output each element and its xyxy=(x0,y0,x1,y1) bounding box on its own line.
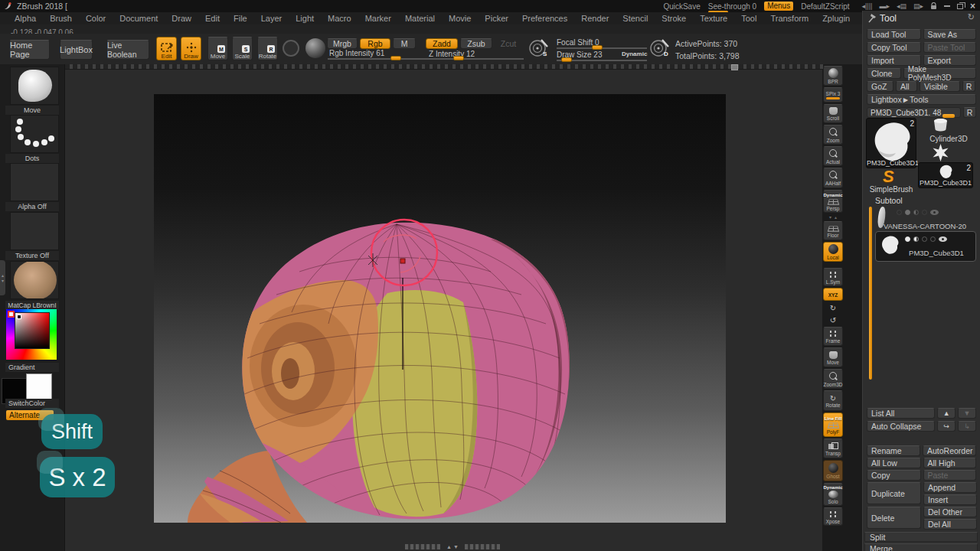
goz-visible-button[interactable]: Visible xyxy=(920,81,960,92)
screen-toggle-icon[interactable]: ▬▸ xyxy=(879,2,890,10)
divider-up-icon[interactable]: ▲ xyxy=(446,544,452,549)
transparency-button[interactable]: Transp xyxy=(823,439,843,458)
draw-mode-button[interactable]: Draw xyxy=(181,37,201,60)
stroke-curve-icon[interactable]: S xyxy=(528,37,550,60)
zadd-button[interactable]: Zadd xyxy=(426,38,458,49)
delete-button[interactable]: Delete xyxy=(867,507,921,529)
copy-tool-button[interactable]: Copy Tool xyxy=(867,42,921,53)
auto-collapse-button[interactable]: Auto Collapse xyxy=(867,421,935,432)
all-high-button[interactable]: All High xyxy=(923,458,977,468)
rotate-mode-button[interactable]: R Rotate xyxy=(257,37,278,60)
subtool-toggle-icons[interactable] xyxy=(905,236,947,242)
zoom-button[interactable]: Zoom xyxy=(823,125,843,145)
close-button[interactable]: × xyxy=(970,2,975,10)
menu-preferences[interactable]: Preferences xyxy=(515,14,574,23)
palette-reset-icon[interactable]: ↻ xyxy=(968,12,975,22)
recent-tool-thumbnail[interactable]: 2 PM3D_Cube3D1 xyxy=(918,162,973,188)
menu-marker[interactable]: Marker xyxy=(358,14,398,23)
goz-button[interactable]: GoZ xyxy=(867,81,893,92)
menu-document[interactable]: Document xyxy=(113,14,165,23)
menu-tool[interactable]: Tool xyxy=(734,14,763,23)
m-button[interactable]: M xyxy=(393,38,416,49)
menu-layer[interactable]: Layer xyxy=(254,14,289,23)
menu-brush[interactable]: Brush xyxy=(43,14,79,23)
menu-light[interactable]: Light xyxy=(289,14,321,23)
switch-color-widget[interactable] xyxy=(0,373,64,401)
left-tray-divider-handle[interactable]: ▴ ▾ xyxy=(0,260,5,295)
paste-tool-button[interactable]: Paste Tool xyxy=(923,42,977,53)
rename-button[interactable]: Rename xyxy=(867,445,920,456)
live-boolean-button[interactable]: Live Boolean xyxy=(106,40,149,60)
cylinder3d-label[interactable]: Cylinder3D xyxy=(921,135,976,143)
autoreorder-button[interactable]: AutoReorder xyxy=(923,445,976,456)
active-tool-r-button[interactable]: R xyxy=(963,107,976,118)
divider-down-icon[interactable]: ▼ xyxy=(453,544,459,549)
ghost-button[interactable]: Ghost xyxy=(823,460,843,481)
collapse-down-button[interactable]: ↳ xyxy=(958,421,976,432)
rotate-view-button[interactable]: ↻Rotate xyxy=(823,390,843,411)
right-tray-toggle-icon[interactable]: ▤▸ xyxy=(913,2,923,10)
lock-icon[interactable] xyxy=(930,2,937,10)
goz-all-button[interactable]: All xyxy=(896,81,917,92)
all-low-button[interactable]: All Low xyxy=(867,458,921,468)
del-other-button[interactable]: Del Other xyxy=(923,507,977,517)
scale-mode-button[interactable]: S Scale xyxy=(232,37,253,60)
frame-button[interactable]: Frame xyxy=(823,327,843,346)
material-preview-sphere[interactable] xyxy=(305,38,325,58)
divider-bars-icon[interactable]: ◂|||| xyxy=(862,2,873,10)
zcut-button[interactable]: Zcut xyxy=(496,38,521,49)
simplebrush-icon[interactable]: S xyxy=(883,167,894,187)
menu-texture[interactable]: Texture xyxy=(693,14,734,23)
paste-subtool-button[interactable]: Paste xyxy=(923,470,977,481)
subtool-up-button[interactable]: ▲ xyxy=(937,408,956,419)
rotate-ccw-icon[interactable]: ↺ xyxy=(823,315,843,325)
actual-size-button[interactable]: Actual xyxy=(823,146,843,166)
current-alpha-thumbnail[interactable] xyxy=(10,163,59,201)
saturation-value-square[interactable] xyxy=(15,312,50,349)
restore-button[interactable] xyxy=(957,4,963,9)
list-all-button[interactable]: List All xyxy=(867,408,935,419)
current-brush-thumbnail[interactable] xyxy=(10,67,59,105)
merge-section-button[interactable]: Merge xyxy=(864,543,978,551)
secondary-color-swatch[interactable] xyxy=(26,373,52,399)
menu-macro[interactable]: Macro xyxy=(321,14,358,23)
polyframe-button[interactable]: Line FillPolyF xyxy=(823,412,843,437)
mini-toggles[interactable]: ▾▴ xyxy=(829,214,837,220)
subtool-toggle-icons[interactable] xyxy=(897,210,939,215)
brush-preview-ring[interactable] xyxy=(283,40,299,57)
canvas-divider-handle[interactable]: ▲ ▼ xyxy=(405,543,500,550)
lightbox-tools-button[interactable]: Lightbox►Tools xyxy=(867,94,976,105)
simplebrush-label[interactable]: SimpleBrush xyxy=(864,185,918,194)
cylinder3d-icon[interactable] xyxy=(930,118,951,133)
export-button[interactable]: Export xyxy=(923,55,977,66)
load-tool-button[interactable]: Load Tool xyxy=(867,29,921,40)
solo-button[interactable]: DynamicSolo xyxy=(823,483,843,506)
selected-tool-thumbnail[interactable]: 2 PM3D_Cube3D1 xyxy=(866,118,916,168)
duplicate-button[interactable]: Duplicate xyxy=(867,482,921,504)
rotate-cw-icon[interactable]: ↻ xyxy=(823,302,843,313)
home-page-button[interactable]: Home Page xyxy=(9,40,50,60)
spix-slider[interactable]: SPix 3 xyxy=(823,87,843,103)
floor-grid-button[interactable]: Floor xyxy=(823,221,843,240)
del-all-button[interactable]: Del All xyxy=(923,519,977,530)
collapse-right-button[interactable]: ↪ xyxy=(937,421,956,432)
bpr-render-button[interactable]: BPR xyxy=(823,66,843,86)
local-symmetry-button[interactable]: Local xyxy=(823,242,843,262)
menus-toggle[interactable]: Menus xyxy=(764,2,793,11)
active-tool-slider[interactable]: PM3D_Cube3D1. 48 xyxy=(867,107,961,118)
clone-button[interactable]: Clone xyxy=(867,68,901,79)
mrgb-button[interactable]: Mrgb xyxy=(327,38,358,49)
menu-movie[interactable]: Movie xyxy=(442,14,478,23)
menu-zplugin[interactable]: Zplugin xyxy=(815,14,857,23)
menu-material[interactable]: Material xyxy=(398,14,442,23)
menu-stroke[interactable]: Stroke xyxy=(655,14,693,23)
z-intensity-handle[interactable] xyxy=(453,56,464,60)
current-material-thumbnail[interactable] xyxy=(10,261,59,299)
xpose-button[interactable]: Xpose xyxy=(823,507,843,526)
subtool-section-title[interactable]: Subtool xyxy=(875,196,903,205)
current-texture-thumbnail[interactable] xyxy=(10,212,59,250)
edit-mode-button[interactable]: Edit xyxy=(156,37,177,60)
left-tray-toggle-icon[interactable]: ◂▤ xyxy=(897,2,906,10)
subtool-down-button[interactable]: ▼ xyxy=(958,408,976,419)
menu-draw[interactable]: Draw xyxy=(165,14,198,23)
